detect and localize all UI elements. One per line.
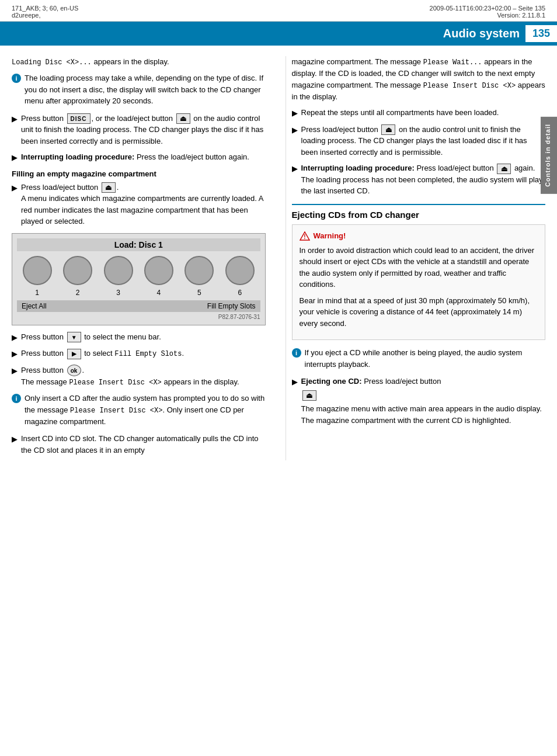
mag-title: Load: Disc 1 bbox=[17, 238, 260, 251]
bullet-ok-content: Press button ok. The message Please Inse… bbox=[21, 365, 266, 389]
bullet-right-content: Press button ▶ to select Fill Empty Slot… bbox=[21, 348, 266, 360]
mag-num-5: 5 bbox=[184, 289, 214, 297]
warning-title-text: Warning! bbox=[314, 231, 346, 240]
right-bullet-4-content: Ejecting one CD: Press load/eject button… bbox=[301, 376, 546, 426]
bullet5-mono: Fill Empty Slots bbox=[114, 350, 182, 358]
mag-num-1: 1 bbox=[23, 289, 52, 297]
bullet-arrow-3: ▶ bbox=[12, 182, 18, 227]
right-bullet-3-content: Interrupting loading procedure: Press lo… bbox=[301, 162, 546, 197]
svg-text:!: ! bbox=[304, 234, 305, 240]
bullet-interrupt-1-content: Interrupting loading procedure: Press th… bbox=[21, 151, 266, 164]
right-bullet-2: ▶ Press load/eject button ⏏ on the audio… bbox=[292, 124, 546, 158]
bullet-down-content: Press button ▼ to select the menu bar. bbox=[21, 331, 266, 344]
bullet-insert-content: Insert CD into CD slot. The CD changer a… bbox=[21, 433, 266, 456]
right-arrow-2: ▶ bbox=[292, 124, 298, 158]
bullet2-text: Press the load/eject button again. bbox=[134, 152, 249, 161]
ok-button: ok bbox=[67, 365, 81, 376]
right-column: magazine compartment. The message Please… bbox=[286, 56, 546, 460]
bullet-insert-cd: ▶ Insert CD into CD slot. The CD changer… bbox=[12, 433, 266, 456]
bullet-ok-btn: ▶ Press button ok. The message Please In… bbox=[12, 365, 266, 389]
info2-mono: Please Insert Disc <X> bbox=[70, 407, 162, 415]
mag-slot-4 bbox=[144, 256, 173, 285]
bullet-arrow-5: ▶ bbox=[12, 348, 18, 360]
mag-num-4: 4 bbox=[144, 289, 173, 297]
sidebar-label: Controls in detail bbox=[541, 117, 557, 194]
right-arrow-1: ▶ bbox=[292, 107, 298, 119]
mag-slot-6 bbox=[225, 256, 255, 285]
bullet-arrow-7: ▶ bbox=[12, 434, 18, 456]
left-column: Loading Disc <X>... appears in the displ… bbox=[12, 56, 271, 460]
info-text-1: The loading process may take a while, de… bbox=[25, 72, 266, 107]
eject-button-inline-3: ⏏ bbox=[381, 124, 395, 135]
right-button: ▶ bbox=[67, 349, 81, 359]
bullet5-before: Press button bbox=[21, 349, 66, 358]
eject-button-inline-1: ⏏ bbox=[176, 113, 190, 124]
page-number: 135 bbox=[525, 25, 557, 42]
bullet-arrow-2: ▶ bbox=[12, 152, 18, 164]
eject-button-inline-4: ⏏ bbox=[497, 164, 511, 174]
bullet6-sub-after: appears in the display. bbox=[162, 377, 239, 386]
info-icon-2: i bbox=[12, 394, 21, 403]
mag-num-3: 3 bbox=[104, 289, 133, 297]
right-b2-before: Press load/eject button bbox=[301, 125, 381, 134]
bullet5-end: . bbox=[182, 349, 184, 358]
right-b3-text: Press load/eject button bbox=[415, 164, 496, 172]
info-block-3: i If you eject a CD while another is bei… bbox=[292, 347, 546, 370]
right-arrow-4: ▶ bbox=[292, 376, 298, 426]
bullet3-sub: A menu indicates which magazine compartm… bbox=[21, 194, 263, 226]
eject-button-inline-2: ⏏ bbox=[102, 182, 116, 193]
mag-slot-5 bbox=[184, 256, 214, 285]
eject-button-inline-5: ⏏ bbox=[302, 390, 316, 401]
info-text-3: If you eject a CD while another is being… bbox=[305, 347, 546, 370]
info-icon-1: i bbox=[12, 74, 21, 83]
section-divider bbox=[292, 204, 546, 205]
filling-heading: Filling an empty magazine compartment bbox=[12, 169, 266, 178]
mag-numbers: 1 2 3 4 5 6 bbox=[17, 289, 260, 297]
bullet-load-eject-content: Press load/eject button ⏏. A menu indica… bbox=[21, 182, 266, 227]
info-icon-3: i bbox=[292, 348, 301, 358]
header-left-top: 171_AKB; 3; 60, en-US bbox=[12, 5, 78, 12]
magazine-image: Load: Disc 1 1 2 3 4 5 6 Eject All Fill … bbox=[12, 233, 266, 325]
bullet4-before: Press button bbox=[21, 332, 66, 341]
mag-slot-2 bbox=[63, 256, 92, 285]
header-right-top: 2009-05-11T16:00:23+02:00 – Seite 135 bbox=[430, 5, 545, 12]
content-area: Loading Disc <X>... appears in the displ… bbox=[0, 46, 557, 471]
mag-fill-slots: Fill Empty Slots bbox=[207, 302, 256, 310]
bullet3-before: Press load/eject button bbox=[21, 183, 100, 192]
header-right-bottom: Version: 2.11.8.1 bbox=[430, 12, 545, 19]
bullet6-sub: The message Please Insert Disc <X> appea… bbox=[21, 377, 239, 386]
info-block-2: i Only insert a CD after the audio syste… bbox=[12, 393, 266, 427]
bullet-disc: ▶ Press button DISC, or the load/eject b… bbox=[12, 113, 266, 147]
intro-suffix: appears in the display. bbox=[92, 57, 169, 66]
bullet-arrow-4: ▶ bbox=[12, 332, 18, 344]
bullet1-text-mid: , or the load/eject button bbox=[92, 114, 175, 123]
mag-ref: P82.87-2076-31 bbox=[17, 314, 260, 320]
right-b4-text: Press load/eject button bbox=[362, 377, 441, 386]
bullet3-after: . bbox=[117, 183, 119, 192]
mag-num-2: 2 bbox=[63, 289, 92, 297]
mag-eject-all: Eject All bbox=[22, 302, 47, 310]
right-arrow-3: ▶ bbox=[292, 163, 298, 197]
warning-icon: ! bbox=[300, 231, 310, 241]
info-block-1: i The loading process may take a while, … bbox=[12, 72, 266, 107]
warning-box: ! Warning! In order to avoid distraction… bbox=[292, 224, 546, 341]
right-bullet-1-content: Repeat the steps until all compartments … bbox=[301, 107, 546, 119]
intro-mono: Loading Disc <X>... bbox=[12, 58, 92, 67]
warning-title-row: ! Warning! bbox=[300, 231, 538, 241]
mag-slots bbox=[17, 256, 260, 285]
cont-mono2: Please Insert Disc <X> bbox=[423, 82, 516, 90]
page-header: 171_AKB; 3; 60, en-US d2ureepe, 2009-05-… bbox=[0, 0, 557, 22]
bullet6-sub-mono: Please Insert Disc <X> bbox=[69, 379, 161, 387]
disc-button: DISC bbox=[67, 113, 90, 124]
bullet-interrupt-1: ▶ Interrupting loading procedure: Press … bbox=[12, 151, 266, 164]
bullet-arrow-1: ▶ bbox=[12, 113, 18, 147]
right-bullet-1: ▶ Repeat the steps until all compartment… bbox=[292, 107, 546, 119]
bullet-down-btn: ▶ Press button ▼ to select the menu bar. bbox=[12, 331, 266, 344]
title-bar: Audio system 135 bbox=[0, 22, 557, 46]
bullet6-before: Press button bbox=[21, 366, 66, 374]
bullet4-after: to select the menu bar. bbox=[82, 332, 161, 341]
right-bullet-4: ▶ Ejecting one CD: Press load/eject butt… bbox=[292, 376, 546, 426]
bullet-arrow-6: ▶ bbox=[12, 365, 18, 389]
cont-mono: Please Wait... bbox=[423, 58, 482, 67]
bullet-disc-content: Press button DISC, or the load/eject but… bbox=[21, 113, 266, 147]
